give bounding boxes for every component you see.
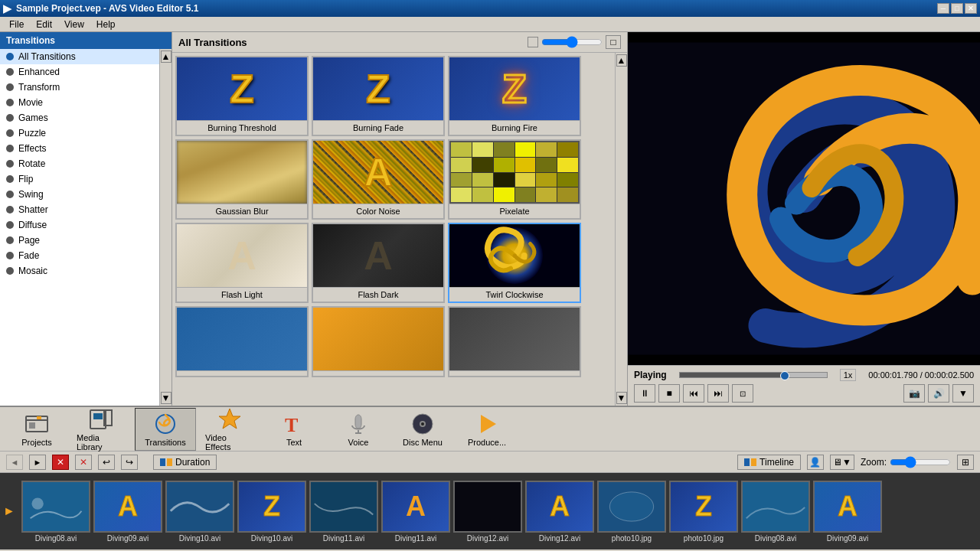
delete-button[interactable]: ✕ bbox=[52, 455, 69, 470]
transition-color-noise[interactable]: A Color Noise bbox=[312, 139, 445, 220]
duration-button[interactable]: Duration bbox=[153, 455, 217, 470]
size-slider[interactable] bbox=[541, 36, 603, 48]
expand-button[interactable]: □ bbox=[606, 35, 621, 49]
fit-view-button[interactable]: ⊞ bbox=[957, 455, 974, 470]
undo-button[interactable]: ↩ bbox=[98, 455, 115, 470]
filmstrip-item-z1[interactable]: Z Diving10.avi bbox=[237, 481, 306, 543]
stop-button[interactable]: ■ bbox=[658, 384, 680, 403]
filmstrip-item-diving09[interactable]: A Diving09.avi bbox=[93, 481, 162, 543]
toolbar-projects[interactable]: Projects bbox=[6, 409, 67, 450]
filmstrip-thumb bbox=[453, 481, 522, 533]
prev-button[interactable]: ⏮ bbox=[683, 384, 704, 403]
transition-gaussian-blur[interactable]: Gaussian Blur bbox=[175, 139, 309, 220]
transition-more-3[interactable] bbox=[448, 306, 581, 377]
monitor-icon-btn[interactable]: 🖥▼ bbox=[830, 455, 854, 470]
filmstrip-item-diving11[interactable]: Diving11.avi bbox=[309, 481, 378, 543]
sidebar-item-enhanced[interactable]: Enhanced bbox=[0, 64, 159, 80]
menu-file[interactable]: File bbox=[3, 18, 30, 31]
minimize-button[interactable]: ─ bbox=[937, 3, 949, 14]
sidebar-item-all-transitions[interactable]: All Transitions bbox=[0, 49, 159, 64]
more-button[interactable]: ▼ bbox=[952, 384, 974, 403]
menu-help[interactable]: Help bbox=[90, 18, 122, 31]
menu-edit[interactable]: Edit bbox=[30, 18, 58, 31]
audio-button[interactable]: 🔊 bbox=[928, 384, 949, 403]
transition-burning-fire[interactable]: Z Burning Fire bbox=[448, 56, 581, 136]
sidebar-item-shatter[interactable]: Shatter bbox=[0, 202, 159, 217]
filmstrip-thumb: Z bbox=[237, 481, 306, 533]
playback-progress-bar[interactable] bbox=[679, 372, 828, 378]
toolbar-produce[interactable]: Produce... bbox=[456, 409, 518, 450]
close-button[interactable]: ✕ bbox=[965, 3, 977, 14]
effects-icon bbox=[6, 145, 14, 152]
forward-button[interactable]: ► bbox=[29, 455, 46, 470]
sidebar-item-rotate[interactable]: Rotate bbox=[0, 156, 159, 171]
filmstrip-item-a2[interactable]: A Diving09.avi bbox=[813, 481, 882, 543]
toolbar-video-effects[interactable]: Video Effects bbox=[199, 404, 260, 455]
puzzle-icon bbox=[6, 129, 14, 137]
timeline-button[interactable]: Timeline bbox=[737, 455, 801, 470]
toolbar-disc-menu[interactable]: Disc Menu bbox=[392, 409, 453, 450]
transition-label: Color Noise bbox=[313, 204, 443, 218]
filmstrip-item-dark[interactable]: Diving12.avi bbox=[453, 481, 522, 543]
titlebar-left: ▶ Sample Project.vep - AVS Video Editor … bbox=[3, 2, 199, 15]
toolbar-transitions[interactable]: Transitions bbox=[135, 408, 196, 451]
fullscreen-button[interactable]: ⊡ bbox=[732, 384, 753, 403]
scroll-down-btn[interactable]: ▼ bbox=[161, 392, 172, 404]
transition-more-1[interactable] bbox=[175, 306, 309, 377]
person-icon-btn[interactable]: 👤 bbox=[807, 455, 824, 470]
scroll-up-btn[interactable]: ▲ bbox=[161, 51, 172, 63]
sidebar-item-fade[interactable]: Fade bbox=[0, 248, 159, 263]
svg-rect-21 bbox=[744, 458, 750, 466]
voice-label: Voice bbox=[348, 438, 369, 447]
transition-label: Flash Dark bbox=[313, 287, 443, 302]
toolbar-voice[interactable]: Voice bbox=[328, 409, 389, 450]
sidebar-item-mosaic[interactable]: Mosaic bbox=[0, 263, 159, 279]
sidebar-item-puzzle[interactable]: Puzzle bbox=[0, 126, 159, 141]
menu-view[interactable]: View bbox=[58, 18, 90, 31]
filmstrip-thumb bbox=[741, 481, 810, 533]
pause-button[interactable]: ⏸ bbox=[634, 384, 655, 403]
grid-scroll-up[interactable]: ▲ bbox=[616, 54, 627, 67]
preview-panel: Playing 1x 00:00:01.790 / 00:00:02.500 ⏸… bbox=[628, 32, 980, 406]
mosaic-icon bbox=[6, 267, 14, 275]
sidebar-item-swing[interactable]: Swing bbox=[0, 187, 159, 202]
filmstrip-item-diving08[interactable]: Diving08.avi bbox=[21, 481, 90, 543]
preview-right-icons: 📷 🔊 ▼ bbox=[903, 384, 974, 403]
zoom-slider[interactable] bbox=[890, 456, 951, 468]
screenshot-button[interactable]: 📷 bbox=[903, 384, 925, 403]
filmstrip-item-z2[interactable]: Z photo10.jpg bbox=[669, 481, 738, 543]
transition-more-2[interactable] bbox=[312, 306, 445, 377]
transition-pixelate[interactable]: Pixelate bbox=[448, 139, 581, 220]
transition-flash-dark[interactable]: A Flash Dark bbox=[312, 223, 445, 303]
filmstrip-item-diving10[interactable]: Diving10.avi bbox=[165, 481, 234, 543]
all-transitions-panel: All Transitions □ Z Burning Th bbox=[172, 32, 628, 406]
center-panel-title: All Transitions bbox=[178, 37, 247, 48]
transition-burning-threshold[interactable]: Z Burning Threshold bbox=[175, 56, 309, 136]
toolbar-media-library[interactable]: Media Library bbox=[70, 404, 132, 455]
transition-flash-light[interactable]: A Flash Light bbox=[175, 223, 309, 303]
filmstrip-item-a-yellow[interactable]: A Diving12.avi bbox=[525, 481, 594, 543]
redo-button[interactable]: ↪ bbox=[121, 455, 138, 470]
back-button[interactable]: ◄ bbox=[6, 455, 23, 470]
grid-scroll-down[interactable]: ▼ bbox=[616, 392, 627, 404]
titlebar-controls[interactable]: ─ □ ✕ bbox=[937, 3, 977, 14]
disc-menu-icon bbox=[410, 412, 435, 436]
sidebar-item-page[interactable]: Page bbox=[0, 233, 159, 248]
transition-burning-fade[interactable]: Z Burning Fade bbox=[312, 56, 445, 136]
next-button[interactable]: ⏭ bbox=[707, 384, 729, 403]
delete-alt-button[interactable]: ✕ bbox=[75, 455, 92, 470]
sidebar-item-effects[interactable]: Effects bbox=[0, 141, 159, 156]
filmstrip-item-photo10[interactable]: photo10.jpg bbox=[597, 481, 666, 543]
toolbar-text[interactable]: T Text bbox=[263, 409, 325, 450]
sidebar-item-movie[interactable]: Movie bbox=[0, 95, 159, 110]
playback-thumb[interactable] bbox=[780, 371, 789, 380]
sidebar-item-flip[interactable]: Flip bbox=[0, 171, 159, 187]
maximize-button[interactable]: □ bbox=[951, 3, 963, 14]
transition-twirl-clockwise[interactable]: Twirl Clockwise bbox=[448, 223, 581, 303]
sidebar-item-transform[interactable]: Transform bbox=[0, 80, 159, 95]
sidebar-item-diffuse[interactable]: Diffuse bbox=[0, 217, 159, 233]
filmstrip-item-a-orange[interactable]: A Diving11.avi bbox=[381, 481, 450, 543]
voice-icon bbox=[346, 412, 371, 436]
sidebar-item-games[interactable]: Games bbox=[0, 110, 159, 126]
filmstrip-item-diving5[interactable]: Diving08.avi bbox=[741, 481, 810, 543]
